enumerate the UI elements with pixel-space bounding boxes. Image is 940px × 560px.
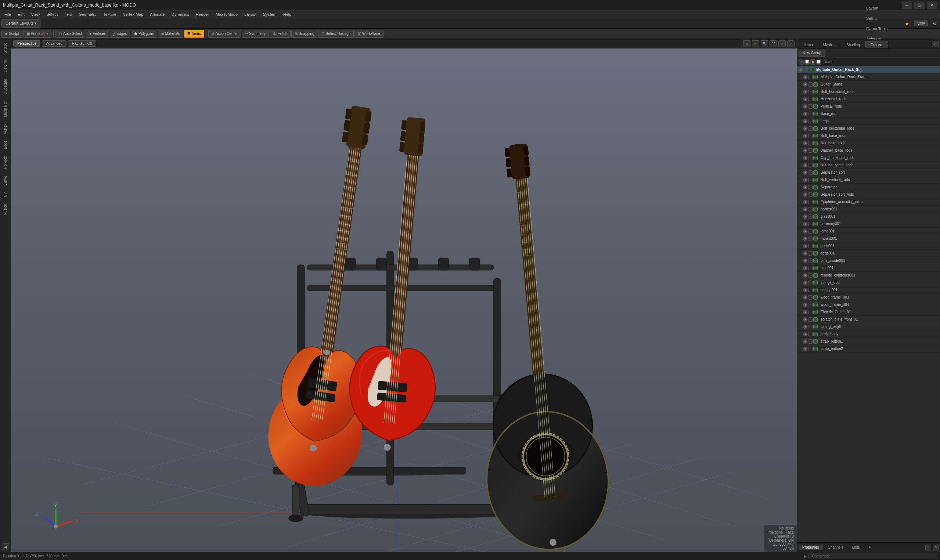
lock-icon[interactable]: ─ — [808, 178, 812, 182]
groups-panel-tab[interactable]: Groups — [865, 42, 888, 48]
scene-item[interactable]: ●─⬡scratch_plate_front_01 — [797, 316, 940, 323]
star-icon[interactable]: ★ — [903, 20, 911, 26]
scene-item[interactable]: ●─⬡neck_body — [797, 331, 940, 338]
auto-select-button[interactable]: ⬡ Auto Select — [55, 30, 85, 38]
menu-item-select[interactable]: Select — [43, 11, 61, 17]
scene-item[interactable]: ●─⬡Soft_horizontal_rods — [797, 88, 940, 95]
shading-panel-tab[interactable]: Shading — [841, 42, 865, 48]
lock-icon[interactable]: ─ — [808, 222, 812, 226]
sidebar-tab-sculpt[interactable]: Sculpt — [2, 40, 9, 57]
lock-icon[interactable]: ─ — [808, 266, 812, 270]
scene-item[interactable]: ●─⬡mount001 — [797, 235, 940, 242]
only-badge[interactable]: Only — [914, 20, 928, 26]
visibility-icon[interactable]: ● — [803, 156, 808, 160]
lock-icon[interactable]: ─ — [808, 156, 812, 160]
scene-list[interactable]: ●─▤Multiple_Guitar_Rack_St...●─⬡Multiple… — [797, 66, 940, 542]
scene-item[interactable]: ●─⬡Multiple_Guitar_Rack_Stan... — [797, 74, 940, 81]
visibility-icon[interactable]: ● — [803, 339, 808, 344]
lock-icon[interactable]: ─ — [808, 89, 812, 94]
lock-col-icon[interactable]: 🔒 — [810, 60, 815, 65]
scene-item[interactable]: ●─⬡Epiphone_acoustic_guitar — [797, 198, 940, 206]
edges-button[interactable]: ╱ Edges — [110, 30, 130, 38]
visibility-icon[interactable]: ● — [803, 163, 808, 168]
menu-item-texture[interactable]: Texture — [100, 11, 119, 17]
lock-icon[interactable]: ─ — [808, 295, 812, 300]
scene-item[interactable]: ●─⬡Horizontal_rods — [797, 95, 940, 103]
sidebar-tab-uv[interactable]: UV — [2, 189, 9, 200]
layout-tab-layout[interactable]: Layout — [861, 3, 903, 13]
scene-item[interactable]: ●─⬡Separator_soft_rods — [797, 191, 940, 198]
lock-icon[interactable]: ─ — [808, 200, 812, 204]
scene-item[interactable]: ●─⬡strings_003 — [797, 279, 940, 286]
vp-home-btn[interactable]: ⌂ — [743, 40, 751, 47]
lock-icon[interactable]: ─ — [808, 119, 812, 123]
visibility-icon[interactable]: ● — [803, 185, 808, 189]
panel-expand-btn[interactable]: ⤢ — [932, 41, 938, 48]
visibility-icon[interactable]: ● — [803, 89, 808, 94]
channels-bottom-tab[interactable]: Channels — [824, 545, 847, 550]
lock-icon[interactable]: ─ — [808, 214, 812, 219]
menu-item-item[interactable]: Item — [62, 11, 75, 17]
scene-item[interactable]: ●─⬡pins_inside001 — [797, 257, 940, 265]
scene-item[interactable]: ●─⬡pins001 — [797, 265, 940, 272]
maximize-button[interactable]: □ — [914, 2, 925, 9]
scene-item[interactable]: ●─⬡border001 — [797, 206, 940, 213]
command-arrow[interactable]: ▶ — [804, 554, 807, 559]
scene-item[interactable]: ●─⬡wood_frame_003 — [797, 294, 940, 301]
lock-icon[interactable]: ─ — [808, 258, 812, 263]
visibility-icon[interactable]: ● — [803, 148, 808, 153]
scene-item[interactable]: ●─⬡Separator — [797, 184, 940, 191]
visibility-icon[interactable]: ● — [803, 280, 808, 285]
work-plane-button[interactable]: ◫ WorkPlane — [354, 30, 383, 38]
scene-item[interactable]: ●─⬡Cap_horizontal_rods — [797, 154, 940, 162]
visibility-icon[interactable]: ● — [803, 126, 808, 131]
scene-item[interactable]: ●─⬡strings001 — [797, 286, 940, 294]
lock-icon[interactable]: ─ — [808, 185, 812, 189]
menu-item-geometry[interactable]: Geometry — [76, 11, 99, 17]
items-panel-tab[interactable]: Items — [798, 42, 818, 48]
lock-icon[interactable]: ─ — [808, 251, 812, 255]
bottom-settings-btn[interactable]: ⚙ — [933, 545, 938, 551]
menu-item-animate[interactable]: Animate — [147, 11, 168, 17]
lock-icon[interactable]: ─ — [808, 229, 812, 234]
vp-zoom-btn[interactable]: 🔍 — [761, 40, 768, 47]
visibility-icon[interactable]: ● — [803, 222, 808, 226]
scene-item[interactable]: ●─⬡Washer_base_rods — [797, 147, 940, 154]
lock-icon[interactable]: ─ — [808, 317, 812, 322]
scene-item[interactable]: ●─⬡Base_rod — [797, 110, 940, 117]
visibility-icon[interactable]: ● — [803, 141, 808, 145]
lock-icon[interactable]: ─ — [808, 171, 812, 175]
sidebar-tab-duplicate[interactable]: Duplicate — [2, 76, 9, 97]
materials-button[interactable]: ◈ Materials — [158, 30, 184, 38]
vp-expand-btn[interactable]: ⛶ — [769, 40, 777, 47]
lock-icon[interactable]: ─ — [808, 163, 812, 168]
menu-item-system[interactable]: System — [260, 11, 280, 17]
scene-item[interactable]: ●─⬡Vertical_rods — [797, 103, 940, 110]
lock-icon[interactable]: ─ — [808, 280, 812, 285]
lock-icon[interactable]: ─ — [808, 244, 812, 248]
vp-config-btn[interactable]: ≡ — [778, 40, 786, 47]
mesh-col-icon[interactable]: ⬜ — [816, 60, 822, 65]
sidebar-toggle[interactable]: ◀ — [2, 543, 9, 551]
visibility-icon[interactable]: ● — [803, 229, 808, 234]
menu-item-render[interactable]: Render — [193, 11, 212, 17]
vp-reset-btn[interactable]: ↺ — [752, 40, 759, 47]
perspective-tab[interactable]: Perspective — [13, 40, 40, 47]
visibility-col-icon[interactable]: 👁 — [798, 60, 804, 65]
scene-item[interactable]: ●─⬡Legs — [797, 117, 940, 125]
menu-item-edit[interactable]: Edit — [15, 11, 28, 17]
sidebar-tab-deform[interactable]: Deform — [2, 57, 9, 75]
visibility-icon[interactable]: ● — [803, 97, 808, 102]
layout-tab-setup[interactable]: Setup — [861, 13, 903, 23]
visibility-icon[interactable]: ● — [803, 200, 808, 204]
sculpt-button[interactable]: ◈ Sculpt — [2, 30, 22, 38]
new-group-button[interactable]: New Group — [798, 49, 825, 57]
mesh-panel-tab[interactable]: Mesh ... — [818, 42, 841, 48]
menu-item-vertex map[interactable]: Vertex Map — [120, 11, 146, 17]
menu-item-help[interactable]: Help — [280, 11, 295, 17]
presets-button[interactable]: ▦ Presets F8 — [23, 30, 51, 38]
menu-item-file[interactable]: File — [2, 11, 14, 17]
scene-item[interactable]: ●─⬡lamp001 — [797, 228, 940, 235]
action-center-button[interactable]: ⊕ Action Center — [208, 30, 242, 38]
sidebar-tab-fusion[interactable]: Fusion — [2, 201, 9, 218]
